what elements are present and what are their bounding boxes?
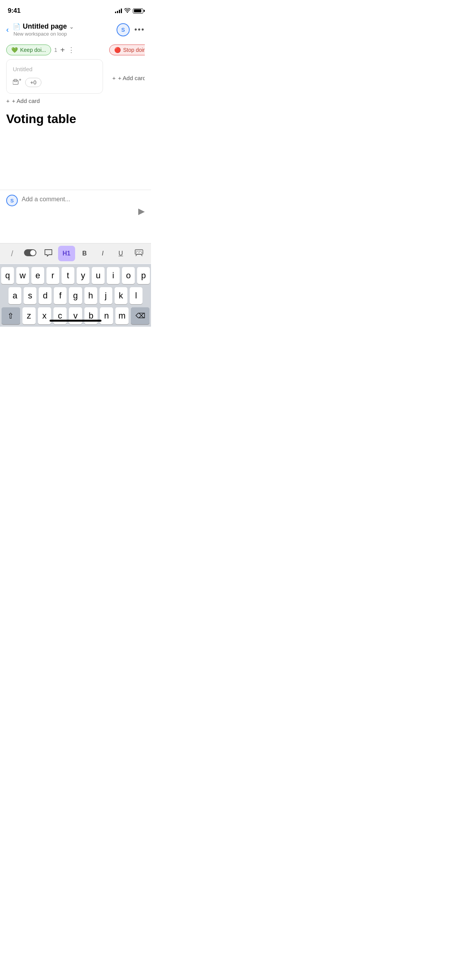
keep-doing-more-icon[interactable]: ⋮ bbox=[68, 46, 75, 54]
status-bar: 9:41 bbox=[0, 0, 151, 19]
send-button[interactable]: ▶ bbox=[138, 206, 145, 216]
voting-table-section: Voting table bbox=[0, 104, 151, 129]
key-y[interactable]: y bbox=[77, 267, 89, 284]
key-e[interactable]: e bbox=[31, 267, 44, 284]
board-row: 💚 Keep doi... 1 + ⋮ Untitled bbox=[6, 45, 145, 104]
toggle-button[interactable] bbox=[22, 246, 39, 261]
key-g[interactable]: g bbox=[69, 287, 82, 304]
column-header-keep-doing: 💚 Keep doi... 1 + ⋮ bbox=[6, 45, 103, 55]
key-f[interactable]: f bbox=[54, 287, 67, 304]
h1-label: H1 bbox=[62, 250, 70, 257]
key-o[interactable]: o bbox=[122, 267, 135, 284]
key-l[interactable]: l bbox=[130, 287, 142, 304]
comment-button[interactable] bbox=[40, 246, 57, 261]
nav-header: ‹ 📄 Untitled page ⌄ New workspace on loo… bbox=[0, 19, 151, 41]
key-r[interactable]: r bbox=[46, 267, 59, 284]
home-indicator bbox=[0, 317, 151, 324]
key-q[interactable]: q bbox=[1, 267, 14, 284]
add-card-icon: + bbox=[6, 98, 10, 104]
back-button[interactable]: ‹ bbox=[6, 25, 9, 34]
page-subtitle: New workspace on loop bbox=[13, 31, 74, 37]
keep-doing-add-icon[interactable]: + bbox=[60, 46, 65, 55]
column-keep-doing: 💚 Keep doi... 1 + ⋮ Untitled bbox=[6, 45, 103, 104]
svg-point-3 bbox=[30, 250, 36, 255]
toggle-icon bbox=[24, 249, 36, 258]
toolbar: / H1 B I U bbox=[0, 243, 151, 264]
home-bar bbox=[50, 320, 101, 322]
italic-button[interactable]: I bbox=[94, 246, 111, 261]
nav-left: ‹ 📄 Untitled page ⌄ New workspace on loo… bbox=[6, 22, 74, 37]
keep-doing-emoji: 💚 bbox=[11, 47, 18, 53]
comment-row: S ▶ bbox=[0, 190, 151, 223]
key-p[interactable]: p bbox=[137, 267, 150, 284]
add-card-button-left[interactable]: + + Add card bbox=[6, 98, 103, 104]
comment-avatar: S bbox=[6, 195, 18, 206]
column-header-stop-doing: 🔴 Stop doin bbox=[109, 45, 145, 55]
avatar[interactable]: S bbox=[117, 23, 130, 36]
card-untitled[interactable]: Untitled +0 bbox=[6, 59, 103, 94]
key-h[interactable]: h bbox=[84, 287, 97, 304]
comment-overlay: S ▶ bbox=[0, 190, 151, 223]
keyboard-icon bbox=[135, 249, 143, 258]
keyboard-button[interactable] bbox=[130, 246, 148, 261]
key-t[interactable]: t bbox=[62, 267, 74, 284]
key-w[interactable]: w bbox=[16, 267, 29, 284]
key-j[interactable]: j bbox=[100, 287, 112, 304]
nav-right: S ••• bbox=[117, 23, 145, 36]
keyboard-row-2: a s d f g h j k l bbox=[2, 287, 149, 304]
wifi-icon bbox=[124, 8, 130, 14]
keep-doing-text: Keep doi... bbox=[20, 47, 46, 53]
add-card-button-right[interactable]: + + Add card bbox=[109, 75, 145, 81]
bold-icon: B bbox=[82, 250, 87, 257]
card-title: Untitled bbox=[13, 66, 96, 72]
add-card-right-label: + Add card bbox=[118, 75, 145, 81]
key-u[interactable]: u bbox=[92, 267, 105, 284]
more-button[interactable]: ••• bbox=[134, 25, 145, 34]
key-a[interactable]: a bbox=[9, 287, 21, 304]
slash-command-button[interactable]: / bbox=[3, 246, 21, 261]
add-card-label: + Add card bbox=[12, 98, 40, 104]
slash-icon: / bbox=[11, 249, 14, 258]
vote-badge[interactable]: +0 bbox=[25, 78, 41, 87]
page-icon: 📄 bbox=[13, 23, 21, 30]
comment-icon bbox=[44, 249, 53, 258]
card-assign-icon bbox=[13, 78, 21, 87]
page-title-row: 📄 Untitled page ⌄ bbox=[13, 22, 74, 31]
underline-button[interactable]: U bbox=[112, 246, 129, 261]
keep-doing-count: 1 bbox=[54, 47, 57, 53]
battery-icon bbox=[133, 9, 143, 14]
add-card-right-icon: + bbox=[112, 75, 116, 81]
key-i[interactable]: i bbox=[107, 267, 120, 284]
svg-rect-0 bbox=[13, 81, 18, 84]
key-s[interactable]: s bbox=[24, 287, 36, 304]
page-info: 📄 Untitled page ⌄ New workspace on loop bbox=[13, 22, 74, 37]
column-label-keep-doing[interactable]: 💚 Keep doi... bbox=[6, 45, 51, 55]
column-label-stop-doing[interactable]: 🔴 Stop doin bbox=[109, 45, 145, 55]
comment-input[interactable] bbox=[22, 195, 138, 218]
status-icons bbox=[115, 8, 143, 14]
underline-icon: U bbox=[118, 250, 123, 257]
card-footer: +0 bbox=[13, 78, 96, 87]
svg-rect-4 bbox=[135, 250, 143, 254]
key-d[interactable]: d bbox=[39, 287, 51, 304]
keyboard-row-1: q w e r t y u i o p bbox=[2, 267, 149, 284]
status-time: 9:41 bbox=[8, 7, 21, 15]
h1-button[interactable]: H1 bbox=[58, 246, 75, 261]
dropdown-arrow-icon[interactable]: ⌄ bbox=[69, 24, 74, 30]
bold-button[interactable]: B bbox=[76, 246, 93, 261]
page-title[interactable]: Untitled page bbox=[23, 22, 67, 31]
signal-icon bbox=[115, 9, 122, 13]
stop-doing-text: Stop doin bbox=[123, 47, 145, 53]
voting-table-title: Voting table bbox=[6, 112, 145, 126]
key-k[interactable]: k bbox=[115, 287, 127, 304]
italic-icon: I bbox=[102, 250, 103, 257]
content-area: 💚 Keep doi... 1 + ⋮ Untitled bbox=[0, 41, 151, 104]
stop-doing-emoji: 🔴 bbox=[114, 47, 121, 53]
column-stop-doing: 🔴 Stop doin + + Add card bbox=[109, 45, 145, 104]
